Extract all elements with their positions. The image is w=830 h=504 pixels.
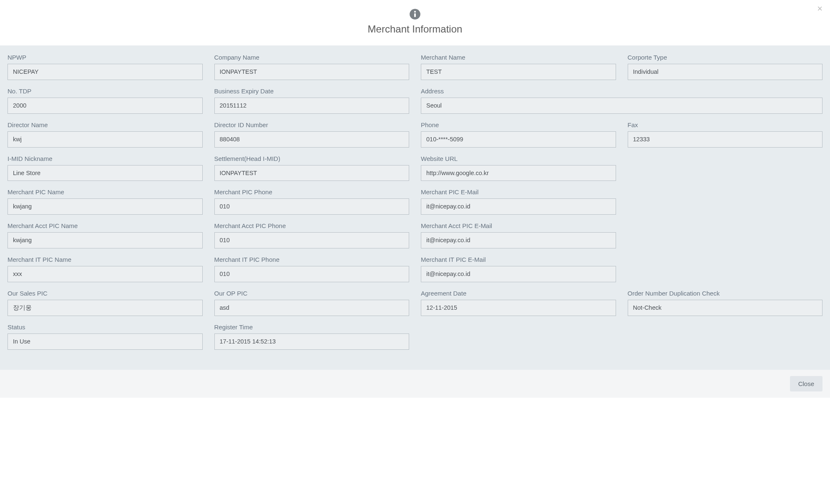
field-merchant-it-pic-email: Merchant IT PIC E-Mailit@nicepay.co.id [415,256,622,290]
merchant-info-modal: × Merchant Information NPWPNICEPAYCompan… [0,0,830,398]
field-fax: Fax12333 [622,121,829,155]
form-row: NPWPNICEPAYCompany NameIONPAYTESTMerchan… [2,54,828,88]
field-value: 20151112 [214,98,410,114]
field-label: Our Sales PIC [8,290,203,297]
field-label: No. TDP [8,88,203,95]
field-corporate-type: Corporte TypeIndividual [622,54,829,88]
field-order-number-dup-check: Order Number Duplication CheckNot-Check [622,290,829,323]
field-value: http://www.google.co.kr [421,165,616,181]
form-row: No. TDP2000Business Expiry Date20151112A… [2,88,828,121]
field-value: Individual [628,64,823,80]
field-value: Not-Check [628,300,823,316]
field-merchant-it-pic-phone: Merchant IT PIC Phone010 [209,256,415,290]
field-value: Line Store [8,165,203,181]
close-button[interactable]: Close [790,376,822,391]
field-merchant-pic-email: Merchant PIC E-Mailit@nicepay.co.id [415,188,622,222]
field-value: 12-11-2015 [421,300,616,316]
field-label: Settlement(Head I-MID) [214,155,410,162]
field-no-tdp: No. TDP2000 [2,88,209,121]
field-label: Website URL [421,155,616,162]
field-merchant-it-pic-name: Merchant IT PIC Namexxx [2,256,209,290]
field-status: StatusIn Use [2,323,209,357]
field-label: Merchant PIC Name [8,188,203,196]
field-value: 2000 [8,98,203,114]
field-value: asd [214,300,410,316]
field-label: Merchant Name [421,54,616,61]
field-merchant-acct-pic-name: Merchant Acct PIC Namekwjang [2,222,209,256]
field-website-url: Website URLhttp://www.google.co.kr [415,155,622,189]
field-label: NPWP [8,54,203,61]
field-value: In Use [8,333,203,350]
field-label: I-MID Nickname [8,155,203,162]
field-our-sales-pic: Our Sales PIC장기웅 [2,290,209,323]
form-row: Merchant IT PIC NamexxxMerchant IT PIC P… [2,256,828,290]
field-label: Merchant IT PIC Phone [214,256,410,263]
form-row: Merchant PIC NamekwjangMerchant PIC Phon… [2,188,828,222]
field-label: Director ID Number [214,121,410,128]
field-label: Our OP PIC [214,290,410,297]
field-director-id-number: Director ID Number880408 [209,121,415,155]
field-label: Agreement Date [421,290,616,297]
field-label: Phone [421,121,616,128]
field-value: xxx [8,266,203,282]
field-value: 12333 [628,131,823,148]
field-value: TEST [421,64,616,80]
field-company-name: Company NameIONPAYTEST [209,54,415,88]
form-row: Our Sales PIC장기웅Our OP PICasdAgreement D… [2,290,828,323]
field-label: Merchant IT PIC Name [8,256,203,263]
field-value: IONPAYTEST [214,165,410,181]
modal-body: NPWPNICEPAYCompany NameIONPAYTESTMerchan… [0,45,830,370]
field-label: Merchant PIC Phone [214,188,410,196]
field-value: it@nicepay.co.id [421,198,616,215]
field-label: Merchant Acct PIC Name [8,222,203,229]
field-value: Seoul [421,98,822,114]
field-value: kwjang [8,198,203,215]
form-row: StatusIn UseRegister Time17-11-2015 14:5… [2,323,828,357]
field-merchant-pic-name: Merchant PIC Namekwjang [2,188,209,222]
field-our-op-pic: Our OP PICasd [209,290,415,323]
modal-header: × Merchant Information [0,0,830,45]
form-row: I-MID NicknameLine StoreSettlement(Head … [2,155,828,189]
svg-rect-2 [414,13,416,17]
field-merchant-acct-pic-email: Merchant Acct PIC E-Mailit@nicepay.co.id [415,222,622,256]
field-director-name: Director Namekwj [2,121,209,155]
field-label: Status [8,323,203,331]
form-row: Director NamekwjDirector ID Number880408… [2,121,828,155]
field-merchant-acct-pic-phone: Merchant Acct PIC Phone010 [209,222,415,256]
modal-footer: Close [0,370,830,398]
field-value: NICEPAY [8,64,203,80]
field-imid-nickname: I-MID NicknameLine Store [2,155,209,189]
info-icon [409,8,421,20]
field-label: Merchant PIC E-Mail [421,188,616,196]
field-label: Order Number Duplication Check [628,290,823,297]
close-icon[interactable]: × [817,4,822,13]
field-address: AddressSeoul [415,88,828,121]
svg-point-1 [414,11,416,13]
field-value: IONPAYTEST [214,64,410,80]
field-settlement-head-imid: Settlement(Head I-MID)IONPAYTEST [209,155,415,189]
field-label: Director Name [8,121,203,128]
field-label: Fax [628,121,823,128]
field-value: 880408 [214,131,410,148]
field-label: Merchant Acct PIC E-Mail [421,222,616,229]
field-label: Corporte Type [628,54,823,61]
field-value: 010 [214,232,410,248]
field-value: 17-11-2015 14:52:13 [214,333,410,350]
modal-title: Merchant Information [0,23,830,35]
field-value: it@nicepay.co.id [421,232,616,248]
field-value: it@nicepay.co.id [421,266,616,282]
field-phone: Phone010-****-5099 [415,121,622,155]
field-agreement-date: Agreement Date12-11-2015 [415,290,622,323]
field-value: kwjang [8,232,203,248]
form-row: Merchant Acct PIC NamekwjangMerchant Acc… [2,222,828,256]
field-label: Address [421,88,822,95]
field-label: Business Expiry Date [214,88,410,95]
field-merchant-pic-phone: Merchant PIC Phone010 [209,188,415,222]
field-business-expiry-date: Business Expiry Date20151112 [209,88,415,121]
field-value: 010 [214,266,410,282]
field-value: 장기웅 [8,300,203,316]
field-value: 010 [214,198,410,215]
field-value: 010-****-5099 [421,131,616,148]
field-register-time: Register Time17-11-2015 14:52:13 [209,323,415,357]
field-label: Merchant IT PIC E-Mail [421,256,616,263]
